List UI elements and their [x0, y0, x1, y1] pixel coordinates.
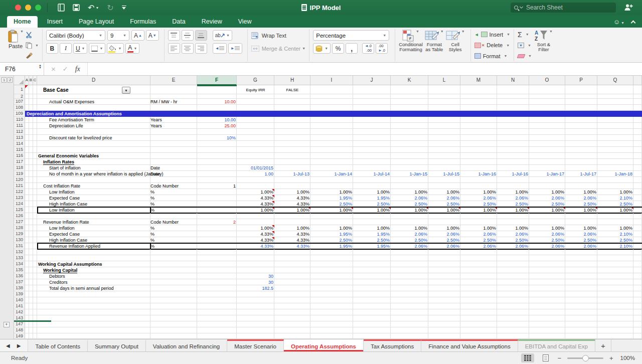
cell-I136[interactable] — [310, 273, 353, 279]
cell-A139[interactable] — [25, 291, 29, 297]
cell-A108[interactable] — [25, 105, 29, 111]
cell-F126[interactable] — [197, 213, 237, 219]
cell-N142[interactable] — [497, 309, 529, 315]
cell-K140[interactable] — [391, 297, 428, 303]
cell-A140[interactable] — [25, 297, 29, 303]
cell-O127[interactable] — [529, 219, 565, 225]
outline-level-1[interactable]: 1 — [2, 77, 7, 83]
cell-A110[interactable] — [25, 117, 29, 123]
outline-level-buttons[interactable]: 12 — [0, 76, 14, 85]
cell-C116[interactable] — [33, 153, 37, 159]
cell-Q2[interactable] — [597, 94, 633, 99]
row-number-119[interactable]: 119 — [14, 171, 25, 177]
cell-H110[interactable] — [274, 117, 310, 123]
cell-C140[interactable] — [33, 297, 37, 303]
cell-M120[interactable] — [460, 177, 497, 183]
cell-C107[interactable] — [33, 99, 37, 105]
cell-text-D123[interactable]: Expected Case — [37, 195, 150, 201]
redo-button[interactable]: ↻ — [107, 3, 113, 13]
cell-L108[interactable] — [428, 105, 460, 111]
sort-filter-button[interactable]: AZ ▼ Sort &Filter — [535, 30, 553, 61]
cell-E142[interactable] — [150, 309, 197, 315]
cell-Q114[interactable] — [597, 141, 633, 147]
cell-x111[interactable] — [633, 123, 642, 129]
cell-C149[interactable] — [33, 333, 37, 339]
cell-text-Q123[interactable]: 2.10% — [597, 195, 633, 201]
zoom-slider[interactable] — [567, 357, 603, 359]
cell-text-N119[interactable]: 1-Jul-16 — [497, 171, 529, 177]
cell-x143[interactable] — [633, 315, 642, 321]
cell-H126[interactable] — [274, 213, 310, 219]
cell-text-P129[interactable]: 2.06% — [565, 231, 597, 237]
cell-F123[interactable] — [197, 195, 237, 201]
cell-Q126[interactable] — [597, 213, 633, 219]
cell-text-E124[interactable]: % — [150, 201, 197, 207]
cell-H141[interactable] — [274, 303, 310, 309]
cell-text-G125[interactable]: 1.00% — [237, 207, 274, 213]
cell-text-E111[interactable]: Years — [150, 123, 197, 129]
cell-text-F121[interactable]: 1 — [197, 183, 237, 189]
cell-D148[interactable] — [37, 327, 150, 333]
cell-I134[interactable] — [310, 261, 353, 267]
cell-D112[interactable] — [37, 129, 150, 135]
cell-text-L130[interactable]: 2.50% — [428, 237, 460, 243]
cell-K113[interactable] — [391, 135, 428, 141]
cell-L2[interactable] — [428, 94, 460, 99]
cell-E112[interactable] — [150, 129, 197, 135]
cell-F2[interactable] — [197, 94, 237, 99]
cell-F139[interactable] — [197, 291, 237, 297]
cell-text-I128[interactable]: 1.00% — [310, 225, 353, 231]
cell-N114[interactable] — [497, 141, 529, 147]
cell-x129[interactable] — [633, 231, 642, 237]
cell-Q1[interactable] — [597, 85, 633, 94]
cell-L127[interactable] — [428, 219, 460, 225]
cell-text-D119[interactable]: No of month in a year where inflation is… — [37, 171, 150, 177]
cell-M116[interactable] — [460, 153, 497, 159]
cell-text-D117[interactable]: Inflation Rates — [37, 159, 150, 165]
column-header-D[interactable]: D — [37, 76, 150, 85]
cell-text-D122[interactable]: Low Inflation — [37, 189, 150, 195]
align-right-icon[interactable] — [195, 43, 207, 54]
cell-P117[interactable] — [565, 159, 597, 165]
cell-Q116[interactable] — [597, 153, 633, 159]
column-header-P[interactable]: P — [565, 76, 597, 85]
cell-F134[interactable] — [197, 261, 237, 267]
cell-B1[interactable] — [29, 85, 33, 94]
row-number-116[interactable]: 116 — [14, 153, 25, 159]
sheet-tab-summary-output[interactable]: Summary Output — [88, 339, 146, 351]
cell-text-M124[interactable]: 2.50% — [460, 201, 497, 207]
cell-styles-button[interactable]: ▼ CellStyles — [446, 30, 465, 61]
cell-B123[interactable] — [29, 195, 33, 201]
cell-x136[interactable] — [633, 273, 642, 279]
cell-text-K128[interactable]: 1.00% — [391, 225, 428, 231]
cell-text-P124[interactable]: 2.50% — [565, 201, 597, 207]
cell-M148[interactable] — [460, 327, 497, 333]
cell-Q111[interactable] — [597, 123, 633, 129]
zoom-slider-knob[interactable] — [582, 355, 589, 361]
cell-text-O123[interactable]: 2.06% — [529, 195, 565, 201]
cell-text-O124[interactable]: 2.50% — [529, 201, 565, 207]
cell-L1[interactable] — [428, 85, 460, 94]
cell-x126[interactable] — [633, 213, 642, 219]
cell-text-Q119[interactable]: 1-Jan-18 — [597, 171, 633, 177]
ribbon-tab-data[interactable]: Data — [166, 16, 192, 28]
cell-x121[interactable] — [633, 183, 642, 189]
cell-text-I125[interactable]: 1.00% — [310, 207, 353, 213]
cell-C114[interactable] — [33, 141, 37, 147]
autosum-button[interactable]: Σ▼ — [518, 30, 532, 39]
cell-B126[interactable] — [29, 213, 33, 219]
cell-G116[interactable] — [237, 153, 274, 159]
cell-G117[interactable] — [237, 159, 274, 165]
cell-text-O130[interactable]: 2.50% — [529, 237, 565, 243]
cell-N116[interactable] — [497, 153, 529, 159]
cell-O111[interactable] — [529, 123, 565, 129]
cell-text-L131[interactable]: 2.06% — [428, 243, 460, 249]
cell-F122[interactable] — [197, 189, 237, 195]
cell-B120[interactable] — [29, 177, 33, 183]
cell-H148[interactable] — [274, 327, 310, 333]
cell-L148[interactable] — [428, 327, 460, 333]
row-number-118[interactable]: 118 — [14, 165, 25, 171]
cell-text-J123[interactable]: 1.95% — [353, 195, 391, 201]
cell-x117[interactable] — [633, 159, 642, 165]
cell-Q134[interactable] — [597, 261, 633, 267]
